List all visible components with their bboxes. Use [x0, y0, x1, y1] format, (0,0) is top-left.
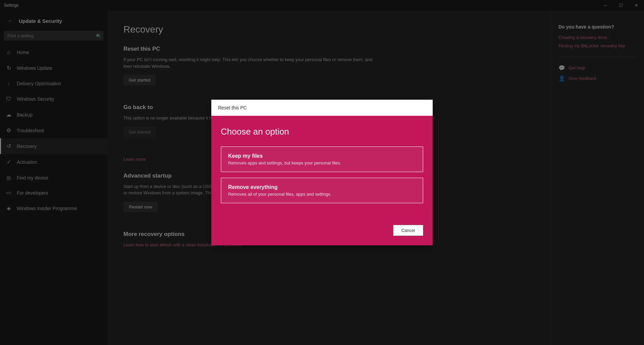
modal: Reset this PC Choose an option Keep my f… — [211, 100, 433, 245]
modal-overlay: Reset this PC Choose an option Keep my f… — [0, 0, 644, 345]
remove-everything-desc: Removes all of your personal files, apps… — [228, 192, 416, 197]
remove-everything-title: Remove everything — [228, 184, 416, 190]
keep-files-desc: Removes apps and settings, but keeps you… — [228, 160, 416, 165]
keep-my-files-option[interactable]: Keep my files Removes apps and settings,… — [221, 146, 423, 172]
modal-body: Choose an option Keep my files Removes a… — [211, 116, 433, 219]
remove-everything-option[interactable]: Remove everything Removes all of your pe… — [221, 178, 423, 203]
modal-choose-title: Choose an option — [221, 127, 423, 137]
modal-header-title: Reset this PC — [218, 105, 247, 110]
modal-header: Reset this PC — [211, 100, 433, 116]
modal-footer: Cancel — [211, 219, 433, 245]
keep-files-title: Keep my files — [228, 153, 416, 159]
modal-cancel-button[interactable]: Cancel — [393, 225, 423, 236]
